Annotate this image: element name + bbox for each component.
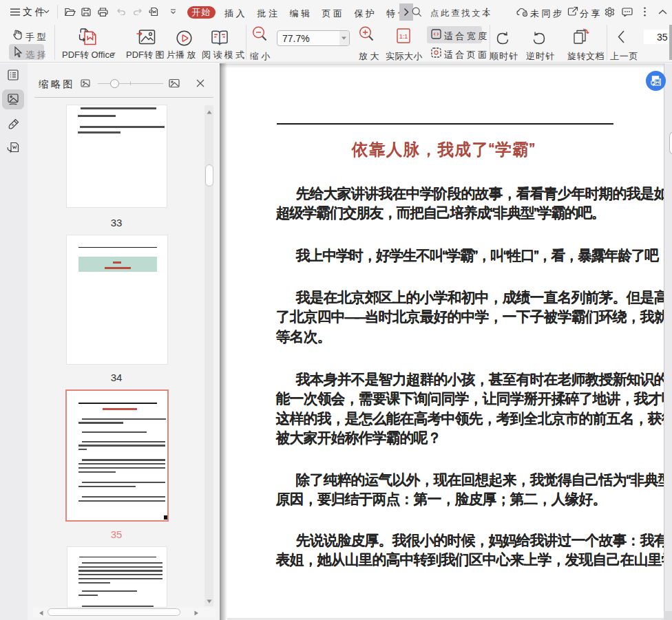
svg-text:1:1: 1:1 <box>399 33 408 40</box>
